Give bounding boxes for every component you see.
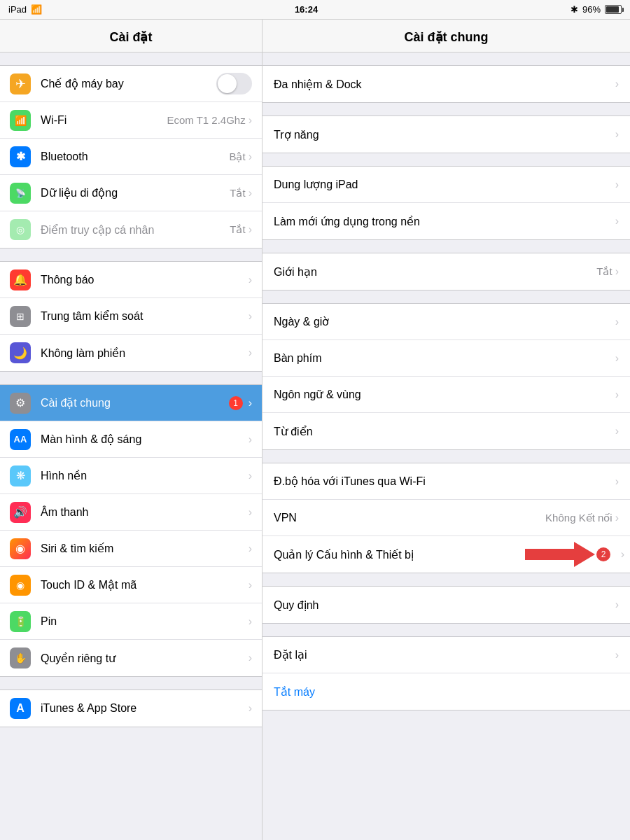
control-center-item[interactable]: ⊞ Trung tâm kiểm soát › bbox=[0, 298, 262, 335]
hotspot-chevron: › bbox=[248, 223, 252, 236]
lammoi-chevron: › bbox=[615, 215, 619, 227]
battery-item[interactable]: 🔋 Pin › bbox=[0, 603, 262, 640]
general-badge: 1 bbox=[229, 396, 243, 410]
wifi-icon: 📶 bbox=[31, 4, 42, 15]
system-group: ⚙ Cài đặt chung 1 › AA Màn hình & độ sán… bbox=[0, 384, 262, 677]
display-label: Màn hình & độ sáng bbox=[41, 433, 248, 446]
sounds-item[interactable]: 🔊 Âm thanh › bbox=[0, 494, 262, 531]
display-item[interactable]: AA Màn hình & độ sáng › bbox=[0, 421, 262, 458]
vpn-chevron: › bbox=[615, 512, 619, 524]
multitask-group: Đa nhiệm & Dock › bbox=[262, 65, 630, 103]
wifi-label: Wi-Fi bbox=[41, 114, 167, 127]
datlai-chevron: › bbox=[615, 649, 619, 662]
battery-item-icon: 🔋 bbox=[10, 611, 31, 632]
siri-icon: ◉ bbox=[10, 538, 31, 559]
wifi-item[interactable]: 📶 Wi-Fi Ecom T1 2.4Ghz › bbox=[0, 102, 262, 139]
bluetooth-label: Bluetooth bbox=[41, 150, 229, 163]
profiles-item[interactable]: Quản lý Cấu hình & Thiết bị 2 › bbox=[262, 536, 630, 573]
sync-section: Đ.bộ hóa với iTunes qua Wi-Fi › VPN Khôn… bbox=[262, 463, 630, 573]
right-panel-title: Cài đặt chung bbox=[262, 20, 630, 52]
cellular-icon: 📡 bbox=[10, 183, 31, 204]
touchid-icon: ◉ bbox=[10, 575, 31, 596]
ngonngu-item[interactable]: Ngôn ngữ & vùng › bbox=[262, 377, 630, 413]
datlai-label: Đặt lại bbox=[274, 648, 615, 662]
multitask-chevron: › bbox=[615, 78, 619, 90]
control-center-label: Trung tâm kiểm soát bbox=[41, 309, 248, 323]
lammoi-item[interactable]: Làm mới ứng dụng trong nền › bbox=[262, 203, 630, 239]
banphim-label: Bàn phím bbox=[274, 352, 615, 365]
sync-group: Đ.bộ hóa với iTunes qua Wi-Fi › VPN Khôn… bbox=[262, 463, 630, 573]
store-block: A iTunes & App Store › bbox=[0, 690, 262, 727]
general-chevron: › bbox=[248, 397, 252, 410]
notifications-item[interactable]: 🔔 Thông báo › bbox=[0, 262, 262, 298]
general-item[interactable]: ⚙ Cài đặt chung 1 › bbox=[0, 385, 262, 421]
airplane-mode-item[interactable]: ✈ Chế độ máy bay bbox=[0, 66, 262, 102]
ngaygio-chevron: › bbox=[615, 316, 619, 328]
siri-chevron: › bbox=[248, 542, 252, 555]
battery-percent: 96% bbox=[582, 4, 601, 15]
sounds-label: Âm thanh bbox=[41, 506, 248, 519]
ngonngu-label: Ngôn ngữ & vùng bbox=[274, 388, 615, 401]
tronang-group: Trợ năng › bbox=[262, 115, 630, 153]
tronang-label: Trợ năng bbox=[274, 128, 615, 141]
vpn-label: VPN bbox=[274, 512, 545, 524]
notifications-label: Thông báo bbox=[41, 274, 248, 286]
siri-item[interactable]: ◉ Siri & tìm kiếm › bbox=[0, 531, 262, 567]
store-group: A iTunes & App Store › bbox=[0, 690, 262, 727]
do-not-disturb-item[interactable]: 🌙 Không làm phiền › bbox=[0, 335, 262, 371]
tudien-item[interactable]: Từ điển › bbox=[262, 413, 630, 449]
wifi-chevron: › bbox=[248, 114, 252, 127]
cellular-item[interactable]: 📡 Dữ liệu di động Tắt › bbox=[0, 175, 262, 211]
tronang-section: Trợ năng › bbox=[262, 115, 630, 153]
reset-group: Đặt lại › Tắt máy bbox=[262, 636, 630, 710]
cellular-value: Tắt bbox=[230, 187, 245, 200]
sounds-icon: 🔊 bbox=[10, 502, 31, 523]
bluetooth-item[interactable]: ✱ Bluetooth Bật › bbox=[0, 139, 262, 175]
profiles-badge: 2 bbox=[596, 547, 610, 561]
privacy-icon: ✋ bbox=[10, 648, 31, 668]
tatmay-item[interactable]: Tắt máy bbox=[262, 673, 630, 710]
gioihan-item[interactable]: Giới hạn Tắt › bbox=[262, 253, 630, 290]
wifi-icon: 📶 bbox=[10, 110, 31, 131]
connectivity-block: ✈ Chế độ máy bay 📶 Wi-Fi Ecom T1 2.4Ghz … bbox=[0, 65, 262, 248]
do-not-disturb-label: Không làm phiền bbox=[41, 346, 248, 360]
datlai-item[interactable]: Đặt lại › bbox=[262, 637, 630, 673]
privacy-item[interactable]: ✋ Quyền riêng tư › bbox=[0, 640, 262, 676]
itunes-label: iTunes & App Store bbox=[41, 702, 248, 715]
hotspot-item: ◎ Điểm truy cập cá nhân Tắt › bbox=[0, 211, 262, 248]
airplane-toggle[interactable] bbox=[216, 73, 252, 94]
device-label: iPad bbox=[8, 4, 27, 15]
tronang-item[interactable]: Trợ năng › bbox=[262, 116, 630, 153]
quydinh-chevron: › bbox=[615, 598, 619, 611]
bluetooth-status-icon: ✱ bbox=[570, 4, 578, 15]
svg-marker-0 bbox=[525, 542, 595, 567]
touchid-item[interactable]: ◉ Touch ID & Mật mã › bbox=[0, 567, 262, 603]
gioihan-value: Tắt bbox=[596, 265, 612, 278]
wallpaper-chevron: › bbox=[248, 470, 252, 482]
vpn-item[interactable]: VPN Không Kết nối › bbox=[262, 500, 630, 536]
datetime-section: Ngày & giờ › Bàn phím › Ngôn ngữ & vùng … bbox=[262, 303, 630, 450]
tudien-chevron: › bbox=[615, 425, 619, 438]
do-not-disturb-chevron: › bbox=[248, 346, 252, 359]
wallpaper-item[interactable]: ❋ Hình nền › bbox=[0, 458, 262, 494]
itunes-item[interactable]: A iTunes & App Store › bbox=[0, 690, 262, 727]
quydinh-item[interactable]: Quy định › bbox=[262, 587, 630, 623]
bluetooth-chevron: › bbox=[248, 150, 252, 163]
status-bar: iPad 📶 16:24 ✱ 96% bbox=[0, 0, 630, 20]
vpn-value: Không Kết nối bbox=[545, 512, 612, 524]
hotspot-icon: ◎ bbox=[10, 219, 31, 240]
itunes-sync-item[interactable]: Đ.bộ hóa với iTunes qua Wi-Fi › bbox=[262, 463, 630, 500]
hotspot-value: Tắt bbox=[230, 223, 245, 236]
airplane-label: Chế độ máy bay bbox=[41, 77, 216, 90]
dunluong-item[interactable]: Dung lượng iPad › bbox=[262, 167, 630, 203]
right-panel: Cài đặt chung Đa nhiệm & Dock › Trợ năng… bbox=[262, 20, 630, 840]
wifi-value: Ecom T1 2.4Ghz bbox=[167, 114, 245, 126]
itunes-sync-chevron: › bbox=[615, 475, 619, 488]
storage-group: Dung lượng iPad › Làm mới ứng dụng trong… bbox=[262, 166, 630, 240]
multitask-item[interactable]: Đa nhiệm & Dock › bbox=[262, 66, 630, 102]
do-not-disturb-icon: 🌙 bbox=[10, 342, 31, 363]
banphim-item[interactable]: Bàn phím › bbox=[262, 340, 630, 377]
hotspot-label: Điểm truy cập cá nhân bbox=[41, 223, 230, 237]
wallpaper-label: Hình nền bbox=[41, 469, 248, 482]
ngaygio-item[interactable]: Ngày & giờ › bbox=[262, 304, 630, 340]
